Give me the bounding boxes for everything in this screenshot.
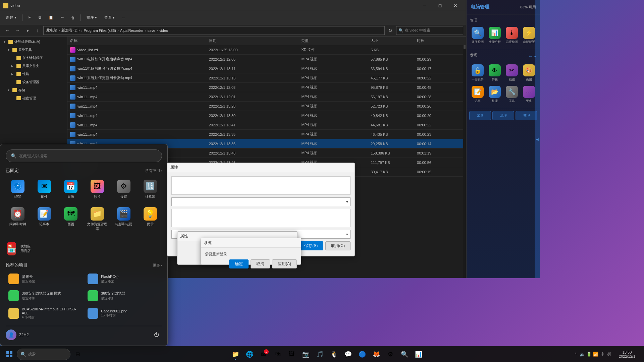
start-search-input[interactable] — [19, 154, 157, 158]
tray-icon-2[interactable]: 🔋 — [586, 351, 592, 357]
taskbar-app4[interactable]: 🔵 — [356, 348, 369, 361]
pinned-item-calendar[interactable]: 📅 日历 — [59, 177, 83, 202]
scrollbar-track[interactable] — [463, 37, 466, 278]
recent-button[interactable]: ▾ — [23, 26, 32, 35]
more-button[interactable]: 更多 › — [153, 263, 162, 268]
pm-item-tools[interactable]: 🔧 工具 — [504, 84, 520, 105]
power-button[interactable]: ⏻ — [151, 329, 162, 340]
taskbar-app5[interactable]: 🦊 — [370, 348, 383, 361]
path-part-1[interactable]: 新加卷 (D:) — [61, 28, 79, 33]
rec-item-capture[interactable]: Capture001.png 15 小时前 — [85, 305, 162, 322]
forward-button[interactable]: → — [13, 26, 22, 35]
pinned-item-edge[interactable]: Edge — [6, 177, 30, 202]
task-view-button[interactable]: ⊟ — [71, 348, 84, 361]
taskbar-photos[interactable]: 🖼 — [285, 348, 298, 361]
new-button[interactable]: 新建 ▾ — [3, 13, 19, 23]
address-path[interactable]: 此电脑 › 新加卷 (D:) › Program Files (x86) › A… — [43, 26, 385, 35]
sidebar-item-system-tools[interactable]: ▼ 系统工具 — [0, 46, 67, 54]
table-row[interactable]: win11电脑剪断音节调节技巧.mp4 2022/12/1 13:11 MP4 … — [67, 64, 466, 73]
sidebar-item-task-scheduler[interactable]: ▶ 任务计划程序 — [0, 54, 67, 62]
path-part-0[interactable]: 此电脑 — [46, 28, 57, 33]
expand-panel-icon[interactable]: ◀ — [535, 0, 540, 278]
sidebar-item-disk-mgmt[interactable]: ▶ 磁盘管理 — [0, 94, 67, 102]
taskbar-app7[interactable]: 🔍 — [398, 348, 411, 361]
table-row[interactable]: win11...mp4 2022/12/1 13:30 MP4 视频 40,84… — [67, 111, 466, 120]
path-part-2[interactable]: Program Files (x86) — [84, 28, 116, 33]
taskbar-app6[interactable]: ⚙ — [384, 348, 397, 361]
rec-item-360-incognito[interactable]: 360安全浏览器无痕模式 最近添加 — [6, 288, 83, 303]
dialog-3-confirm-button[interactable]: 确定 — [229, 259, 249, 268]
col-duration-header[interactable]: 时长 — [417, 38, 463, 43]
user-info[interactable]: 👤 22H2 — [6, 329, 29, 340]
clock-display[interactable]: 13:50 2022/12/1 — [616, 350, 638, 359]
more-button[interactable]: ··· — [119, 13, 128, 23]
col-size-header[interactable]: 大小 — [371, 38, 417, 43]
taskbar-file-explorer[interactable]: 📁 — [229, 348, 242, 361]
col-name-header[interactable]: 名称 — [70, 38, 209, 43]
table-row[interactable]: win11...mp4 2022/12/1 13:28 MP4 视频 52,72… — [67, 102, 466, 111]
maximize-button[interactable]: □ — [432, 0, 448, 11]
col-type-header[interactable]: 类型 — [301, 38, 371, 43]
delete-button[interactable]: 🗑 — [68, 13, 78, 23]
pinned-item-mail[interactable]: ✉ 邮件 — [32, 177, 56, 202]
path-part-3[interactable]: AipaiRecorder — [120, 28, 144, 33]
pm-item-eyecare[interactable]: 👁 护眼 — [487, 63, 503, 83]
pinned-item-photos[interactable]: 🖼 照片 — [85, 177, 109, 202]
col-date-header[interactable]: 日期 — [209, 38, 302, 43]
refresh-button[interactable]: ↻ — [386, 26, 395, 35]
dialog-1-save-button[interactable]: 保存(S) — [299, 241, 323, 250]
taskbar-search-bar[interactable]: 🔍 搜索 — [17, 349, 70, 360]
pinned-item-notepad[interactable]: 📝 记事本 — [32, 204, 56, 234]
rec-item-jianguoyun[interactable]: 坚果云 最近添加 — [6, 272, 83, 286]
table-row[interactable]: win11电脑如何开启启动声音.mp4 2022/12/1 12:05 MP4 … — [67, 55, 466, 64]
sidebar-item-performance[interactable]: ▶ 性能 — [0, 70, 67, 78]
dialog-3-cancel-button[interactable]: 取消 — [251, 259, 270, 268]
ime-icon[interactable]: 中 — [599, 351, 605, 357]
path-part-4[interactable]: save — [148, 28, 155, 33]
rename-button[interactable]: ✏ — [58, 13, 67, 23]
sort-button[interactable]: 排序 ▾ — [84, 13, 100, 23]
pinned-item-lenovo[interactable]: 🏪 联想应用商店 — [6, 239, 33, 258]
clean-button[interactable]: 清理 — [492, 111, 514, 120]
table-row[interactable]: win11...mp4 2022/12/1 12:01 MP4 视频 56,19… — [67, 92, 466, 102]
start-button[interactable] — [3, 348, 16, 361]
tray-icon-1[interactable]: 🔈 — [579, 351, 585, 357]
pinned-item-files[interactable]: 📁 文件资源管理器 — [85, 204, 109, 234]
pm-item-paint[interactable]: 🎨 画图 — [521, 63, 537, 83]
taskbar-app3[interactable]: 💬 — [342, 348, 355, 361]
copy-button[interactable]: ⧉ — [36, 13, 44, 23]
dialog-1-cancel-button[interactable]: 取消(C) — [325, 241, 351, 250]
view-button[interactable]: 查看 ▾ — [101, 13, 118, 23]
pinned-item-calc[interactable]: 🔢 计算器 — [138, 177, 162, 202]
sidebar-item-shared-folders[interactable]: ▶ 共享文件夹 — [0, 62, 67, 70]
close-button[interactable]: ✕ — [448, 0, 463, 11]
pinned-item-video[interactable]: 🎬 电影和电视 — [112, 204, 136, 234]
table-row[interactable]: win11系统如何更新网卡驱动.mp4 2022/12/1 13:13 MP4 … — [67, 73, 466, 83]
tray-caret-button[interactable]: ^ — [573, 351, 579, 357]
taskbar-app1[interactable]: 🎵 — [314, 348, 326, 361]
taskbar-app8[interactable]: 📊 — [412, 348, 425, 361]
table-row[interactable]: win11...mp4 2022/12/1 13:41 MP4 视频 44,68… — [67, 120, 466, 130]
minimize-button[interactable]: ─ — [417, 0, 432, 11]
cut-button[interactable]: ✂ — [25, 13, 34, 23]
pinned-item-tips[interactable]: 💡 提示 — [138, 204, 162, 234]
start-search-bar[interactable]: 🔍 — [6, 149, 162, 162]
rec-item-360[interactable]: 360安全浏览器 最近添加 — [85, 288, 162, 303]
back-button[interactable]: ← — [3, 26, 12, 35]
sidebar-item-device-manager[interactable]: ▶ 设备管理器 — [0, 78, 67, 86]
pinned-item-maps[interactable]: 🗺 画图 — [59, 204, 83, 234]
sidebar-item-pc-manager[interactable]: ▼ 计算机管理(本地) — [0, 38, 67, 46]
pm-item-hardware[interactable]: 🔍 硬件检测 — [470, 25, 486, 46]
manage-button[interactable]: 整理 — [516, 111, 537, 120]
show-desktop-button[interactable] — [639, 348, 641, 361]
taskbar-edge[interactable]: 🌐 — [243, 348, 256, 361]
rec-item-bcas[interactable]: BCAS20074-Infamous.CHT.PS3-ALL... 4 小时前 — [6, 305, 83, 322]
all-apps-button[interactable]: 所有应用 › — [145, 168, 162, 173]
taskbar-app2[interactable]: 🐧 — [328, 348, 340, 361]
pm-item-power[interactable]: ⚡ 电配配置 — [521, 25, 537, 46]
pm-item-lock[interactable]: 🔒 一键锁屏 — [470, 63, 486, 83]
search-box[interactable]: 🔍 在 video 中搜索 — [396, 26, 463, 35]
tray-icon-3[interactable]: 📶 — [593, 351, 599, 357]
path-part-5[interactable]: video — [159, 28, 168, 33]
pinned-item-clock[interactable]: ⏰ 闹钟和时钟 — [6, 204, 30, 234]
